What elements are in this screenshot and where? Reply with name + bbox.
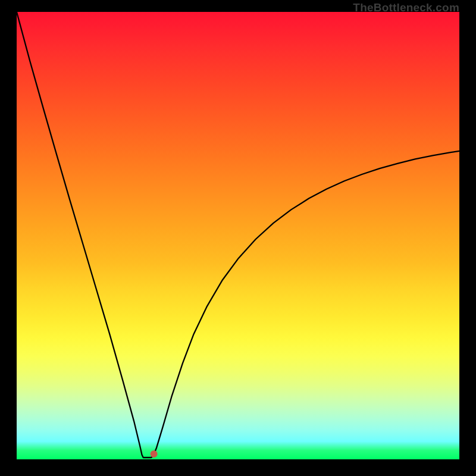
watermark-label: TheBottleneck.com [353,1,459,14]
plot-area [17,12,459,459]
chart-stage: TheBottleneck.com [0,0,476,476]
